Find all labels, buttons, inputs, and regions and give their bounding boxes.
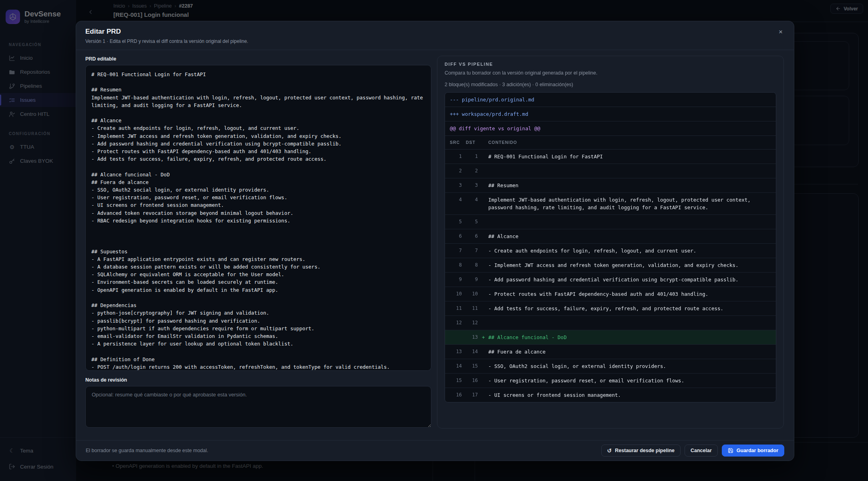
diff-row: 10 10 - Protect routes with FastAPI depe…	[445, 287, 776, 301]
diff-row: 14 15 - SSO, OAuth2 social login, or ext…	[445, 359, 776, 373]
diff-src-line-number: 15	[450, 377, 466, 384]
diff-src-line-number: 13	[450, 348, 466, 356]
diff-row: 2 2	[445, 164, 776, 178]
diff-col-contenido: CONTENIDO	[488, 139, 776, 146]
diff-dst-line-number: 2	[466, 167, 482, 175]
revision-notes-textarea[interactable]	[85, 386, 431, 428]
modal-body: PRD editable # REQ-001 Functional Login …	[76, 50, 794, 440]
cancel-button[interactable]: Cancelar	[685, 445, 718, 457]
diff-row: 11 11 - Add tests for success, failure, …	[445, 301, 776, 315]
diff-col-dst: DST	[466, 139, 482, 146]
diff-dst-line-number: 8	[466, 261, 482, 269]
diff-src-line-number: 7	[450, 247, 466, 255]
diff-line-content: ## Alcance	[488, 232, 771, 240]
diff-line-content: ## Resumen	[488, 182, 771, 189]
save-icon	[728, 448, 733, 453]
diff-src-line-number: 12	[450, 319, 466, 327]
diff-row: 13 14 ## Fuera de alcance	[445, 344, 776, 359]
diff-dst-line-number: 5	[466, 218, 482, 226]
diff-line-content: # REQ-001 Functional Login for FastAPI	[488, 153, 771, 160]
diff-line-content: ## Fuera de alcance	[488, 348, 771, 356]
diff-line-content: - Add tests for success, failure, expiry…	[488, 305, 771, 312]
close-icon[interactable]: ×	[776, 28, 785, 36]
restore-label: Restaurar desde pipeline	[615, 448, 675, 453]
restore-from-pipeline-button[interactable]: ↺ Restaurar desde pipeline	[601, 445, 681, 457]
diff-dst-line-number: 3	[466, 182, 482, 189]
diff-hunk-header: @@ diff vigente vs original @@	[445, 121, 776, 136]
diff-line-content: - SSO, OAuth2 social login, or external …	[488, 362, 771, 370]
diff-src-line-number: 9	[450, 276, 466, 283]
modal-footer: El borrador se guarda manualmente desde …	[76, 440, 794, 461]
diff-src-line-number: 5	[450, 218, 466, 226]
diff-row: 15 16 - User registration, password rese…	[445, 373, 776, 388]
revision-notes-label: Notas de revisión	[85, 377, 431, 383]
diff-row: 5 5	[445, 214, 776, 229]
diff-file-from: --- pipeline/prd.original.md	[445, 93, 776, 107]
prd-editor-textarea[interactable]: # REQ-001 Functional Login for FastAPI #…	[85, 65, 431, 371]
diff-row: 1 1 # REQ-001 Functional Login for FastA…	[445, 150, 776, 164]
diff-src-line-number: 1	[450, 153, 466, 160]
edit-prd-modal: Editar PRD Versión 1 · Edita el PRD y re…	[76, 21, 794, 461]
rotate-ccw-icon: ↺	[607, 448, 612, 453]
modal-header: Editar PRD Versión 1 · Edita el PRD y re…	[76, 21, 794, 50]
diff-src-line-number: 10	[450, 290, 466, 298]
modal-title: Editar PRD	[85, 28, 784, 36]
diff-line-content: - Protect routes with FastAPI dependency…	[488, 290, 771, 298]
cancel-label: Cancelar	[691, 448, 712, 453]
diff-dst-line-number: 7	[466, 247, 482, 255]
diff-dst-line-number: 12	[466, 319, 482, 327]
diff-src-line-number: 16	[450, 391, 466, 399]
diff-column-headers: SRC DST CONTENIDO	[445, 136, 776, 150]
diff-col-src: SRC	[450, 139, 466, 146]
diff-row: 3 3 ## Resumen	[445, 178, 776, 192]
diff-line-content: - Implement JWT access and refresh token…	[488, 261, 771, 269]
diff-panel-title: DIFF VS PIPELINE	[445, 62, 776, 67]
diff-column: DIFF VS PIPELINE Compara tu borrador con…	[437, 56, 784, 440]
diff-table[interactable]: --- pipeline/prd.original.md +++ workspa…	[445, 92, 776, 402]
diff-stats: 2 bloque(s) modificados · 3 adición(es) …	[445, 82, 776, 87]
diff-src-line-number: 2	[450, 167, 466, 175]
diff-dst-line-number: 11	[466, 305, 482, 312]
diff-row: 12 12	[445, 315, 776, 330]
diff-row: 4 4 Implement JWT-based authentication w…	[445, 192, 776, 214]
modal-footer-note: El borrador se guarda manualmente desde …	[86, 448, 208, 453]
diff-dst-line-number: 4	[466, 196, 482, 204]
diff-dst-line-number: 14	[466, 348, 482, 356]
save-draft-button[interactable]: Guardar borrador	[722, 445, 784, 457]
diff-row: 8 8 - Implement JWT access and refresh t…	[445, 258, 776, 272]
modal-subtitle: Versión 1 · Edita el PRD y revisa el dif…	[85, 38, 784, 44]
diff-dst-line-number: 9	[466, 276, 482, 283]
diff-dst-line-number: 15	[466, 362, 482, 370]
diff-src-line-number: 4	[450, 196, 466, 204]
diff-line-content: ## Alcance funcional - DoD	[488, 333, 771, 341]
diff-file-to: +++ workspace/prd.draft.md	[445, 107, 776, 121]
diff-row: 6 6 ## Alcance	[445, 229, 776, 243]
diff-panel: DIFF VS PIPELINE Compara tu borrador con…	[437, 56, 784, 428]
diff-dst-line-number: 1	[466, 153, 482, 160]
diff-src-line-number: 8	[450, 261, 466, 269]
diff-panel-description: Compara tu borrador con la versión origi…	[445, 70, 776, 76]
diff-src-line-number: 3	[450, 182, 466, 189]
diff-src-line-number: 11	[450, 305, 466, 312]
diff-line-content: - User registration, password reset, or …	[488, 377, 771, 384]
diff-row: 9 9 - Add password hashing and credentia…	[445, 272, 776, 287]
diff-dst-line-number: 17	[466, 391, 482, 399]
diff-src-line-number: 6	[450, 232, 466, 240]
diff-dst-line-number: 10	[466, 290, 482, 298]
diff-table-body: 1 1 # REQ-001 Functional Login for FastA…	[445, 150, 776, 402]
diff-row: 13 + ## Alcance funcional - DoD	[445, 330, 776, 344]
diff-dst-line-number: 6	[466, 232, 482, 240]
diff-dst-line-number: 16	[466, 377, 482, 384]
diff-line-content: - UI screens or frontend session managem…	[488, 391, 771, 399]
diff-change-sign: +	[482, 333, 488, 341]
prd-editable-label: PRD editable	[85, 56, 431, 62]
save-label: Guardar borrador	[737, 448, 778, 453]
diff-row: 7 7 - Create auth endpoints for login, r…	[445, 243, 776, 258]
diff-dst-line-number: 13	[466, 333, 482, 341]
diff-line-content: - Create auth endpoints for login, refre…	[488, 247, 771, 255]
app-root: DevSense by Intellicore NAVEGACIÓN Inici…	[0, 0, 868, 481]
diff-line-content: Implement JWT-based authentication with …	[488, 196, 771, 211]
diff-src-line-number: 14	[450, 362, 466, 370]
diff-line-content: - Add password hashing and credential ve…	[488, 276, 771, 283]
diff-row: 16 17 - UI screens or frontend session m…	[445, 388, 776, 402]
